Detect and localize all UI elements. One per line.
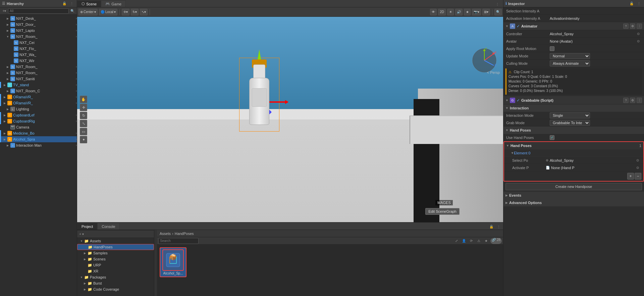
move-tool-btn[interactable]: ✛▾: [122, 9, 129, 15]
add-hierarchy-btn[interactable]: +▾: [1, 8, 7, 14]
search-icon[interactable]: 🔍: [69, 8, 75, 14]
tree-item-medicine-bo[interactable]: ▶ M Medicine_Bo ›: [0, 130, 77, 136]
tree-item-cupboard-right[interactable]: ▶ C CupboardRig ›: [0, 118, 77, 124]
star-icon[interactable]: ★: [483, 238, 489, 244]
fx-btn[interactable]: ★: [464, 9, 471, 15]
tab-project[interactable]: Project: [77, 223, 97, 230]
resize-divider[interactable]: [154, 230, 157, 296]
animator-check-icon[interactable]: ✓: [517, 24, 520, 29]
tree-item-alcohol-spray[interactable]: ▶ A Alcohol_Spra ›: [0, 136, 77, 142]
animator-help-btn[interactable]: ?: [623, 23, 629, 29]
grab-mode-dropdown[interactable]: Grabbable To Inte: [550, 120, 590, 126]
tree-item-nxt-room2[interactable]: ▶ N NXT_Room_ ›: [0, 64, 77, 70]
hierarchy-search-input[interactable]: [8, 8, 69, 14]
tree-item-oramavr1[interactable]: ▶ O ORamaVR_ ›: [0, 94, 77, 100]
assets-tree-item-xr[interactable]: 📁 XR: [77, 268, 154, 274]
select-pos-picker-icon[interactable]: ⊙: [635, 157, 641, 163]
assets-tree-item-assets[interactable]: ▼ 📁 Assets: [77, 238, 154, 244]
tree-item-camera[interactable]: 📷 Camera: [0, 124, 77, 130]
tree-item-tv-stand[interactable]: ▶ T TV_stand ›: [0, 82, 77, 88]
tree-item-nxt-saniti[interactable]: ▶ N NXT_Saniti ›: [0, 76, 77, 82]
use-hand-poses-checkbox[interactable]: ✓: [550, 135, 554, 140]
inspector-lock-icon[interactable]: 🔓: [629, 1, 635, 7]
hierarchy-lock-icon[interactable]: 🔓: [61, 1, 67, 7]
edit-scene-graph-btn[interactable]: Edit SceneGraph: [425, 208, 460, 215]
tree-item-nxt-wir[interactable]: N NXT_Wir: [0, 58, 77, 64]
tab-console[interactable]: Console: [97, 223, 119, 230]
interaction-section-header[interactable]: ▼ Interaction: [503, 104, 644, 112]
tree-item-nxt-desk[interactable]: ▶ N NXT_Desk_ ›: [0, 15, 77, 21]
tree-item-interaction-man[interactable]: ▶ I Interaction Man ›: [0, 142, 77, 148]
tree-item-nxt-flo[interactable]: N NXT_Flo_: [0, 46, 77, 52]
hand-poses-section-header[interactable]: ▼ Hand Poses: [503, 127, 644, 134]
maximize-icon[interactable]: ⋮: [494, 1, 500, 7]
animator-menu-btn[interactable]: ⋮: [637, 23, 642, 29]
tree-item-nxt-wa[interactable]: N NXT_Wa_: [0, 52, 77, 58]
import-icon[interactable]: 👤: [461, 238, 467, 244]
rect-scene-btn[interactable]: ▭: [80, 128, 87, 135]
assets-tree-item-packages[interactable]: ▼ 📁 Packages: [77, 274, 154, 280]
hand-tool-btn[interactable]: ✋: [80, 96, 87, 103]
breadcrumb-handposes[interactable]: HandPoses: [175, 232, 194, 236]
assets-search-input[interactable]: [158, 238, 199, 244]
tab-game[interactable]: 🎮 Game: [101, 0, 126, 7]
audio-btn[interactable]: 🔊: [455, 9, 463, 15]
tree-item-cupboard-left[interactable]: ▶ C CupboardLef ›: [0, 112, 77, 118]
refresh-icon[interactable]: ⟳: [468, 238, 474, 244]
menu-btn[interactable]: ⋮: [496, 224, 502, 230]
avatar-picker-icon[interactable]: ⊙: [635, 38, 641, 44]
2d-btn[interactable]: 2D: [438, 9, 446, 15]
view-maximize-icon[interactable]: ⤢: [453, 238, 460, 244]
assets-tree-item-burst[interactable]: ▶ 📁 Burst: [77, 280, 154, 286]
local-dropdown-btn[interactable]: 🔵 Local ▾: [99, 9, 117, 15]
element-0-header[interactable]: ▼ Element 0: [504, 149, 643, 157]
scene-view[interactable]: ✋ ✛ ↻ ⤡ ▭ ✦: [77, 17, 503, 222]
assets-tree-item-samples[interactable]: ▶ 📁 Samples: [77, 250, 154, 256]
scale-tool-btn[interactable]: ⤡▾: [140, 9, 148, 15]
scene-cam-btn[interactable]: 📷▾: [472, 9, 481, 15]
events-section-header[interactable]: ▶ Events: [503, 192, 644, 199]
lighting-btn[interactable]: ☀: [447, 9, 454, 15]
assets-tree-item-handposes[interactable]: 📁 HandPoses: [77, 244, 154, 250]
tree-item-nxt-door[interactable]: ▶ N NXT_Door_ ›: [0, 21, 77, 28]
grabbable-component-header[interactable]: ▼ G ✓ Grabbable (Script) ? ⚙ ⋮: [503, 96, 644, 104]
grabbable-settings-btn[interactable]: ⚙: [630, 98, 635, 103]
inspector-menu-icon[interactable]: ⋮: [636, 1, 642, 7]
advanced-options-section-header[interactable]: ▶ Advanced Options: [503, 199, 644, 206]
visibility-btn[interactable]: 👁: [430, 9, 437, 15]
tree-item-nxt-room[interactable]: ▼ N NXT_Room_ ›: [0, 34, 77, 40]
create-handpose-btn[interactable]: Create new Handpose: [505, 183, 642, 190]
grabbable-menu-btn[interactable]: ⋮: [637, 98, 642, 103]
assets-tree-item-scenes[interactable]: ▶ 📁 Scenes: [77, 256, 154, 262]
update-mode-dropdown[interactable]: Normal: [550, 53, 590, 59]
apply-root-motion-checkbox[interactable]: [550, 46, 554, 51]
tree-item-nxt-lapto[interactable]: ▶ N NXT_Lapto ›: [0, 28, 77, 34]
tree-item-nxt-cei[interactable]: N NXT_Cei: [0, 40, 77, 46]
assets-tree-item-code-coverage[interactable]: ▶ 📁 Code Coverage: [77, 286, 154, 292]
animator-settings-btn[interactable]: ⚙: [630, 23, 635, 29]
tree-item-lighting[interactable]: ▶ L Lighting: [0, 106, 77, 112]
grabbable-check-icon[interactable]: ✓: [517, 98, 520, 103]
lock-btn[interactable]: 🔓: [488, 224, 494, 230]
add-assets-btn[interactable]: + ▾: [78, 231, 85, 237]
gizmos-btn[interactable]: ⊞▾: [482, 9, 490, 15]
assets-tree-item-urp[interactable]: 📁 URP: [77, 262, 154, 268]
scale-scene-btn[interactable]: ⤡: [80, 120, 87, 127]
add-pose-btn[interactable]: +: [627, 173, 634, 180]
search-scene-btn[interactable]: 🔍: [494, 9, 502, 15]
remove-pose-btn[interactable]: −: [635, 173, 641, 180]
tab-scene[interactable]: ⬡ Scene: [77, 0, 101, 7]
activate-pos-picker-icon[interactable]: ⊙: [635, 165, 641, 171]
tree-item-oramavr2[interactable]: ▶ O ORamaVR_ ›: [0, 100, 77, 106]
warning-filter-icon[interactable]: ⚠: [476, 238, 482, 244]
hierarchy-menu-icon[interactable]: ⋮: [69, 1, 75, 7]
interaction-mode-dropdown[interactable]: Single: [550, 112, 590, 118]
tree-item-nxt-room3[interactable]: ▶ N NXT_Room_ ›: [0, 70, 77, 76]
animator-component-header[interactable]: ▼ A ✓ Animator ? ⚙ ⋮: [503, 22, 644, 30]
breadcrumb-assets[interactable]: Assets: [160, 232, 171, 236]
rotate-tool-btn[interactable]: ↻▾: [131, 9, 139, 15]
custom-tool-btn[interactable]: ✦: [80, 136, 87, 143]
asset-item-alcohol-spray[interactable]: 📦 Alcohol_Sp...: [160, 247, 186, 277]
culling-mode-dropdown[interactable]: Always Animate: [550, 60, 590, 66]
center-dropdown-btn[interactable]: ⊕ Center ▾: [78, 9, 98, 15]
